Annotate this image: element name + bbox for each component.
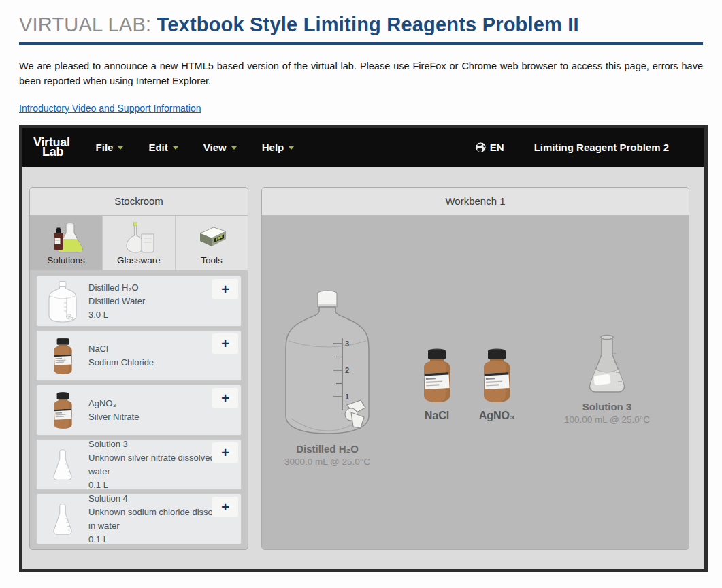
tab-label: Glassware [117, 255, 161, 265]
language-selector[interactable]: EN [475, 142, 504, 153]
glassware-icon [121, 222, 157, 253]
carboy-icon [47, 280, 78, 323]
item-name: AgNO₃ [88, 397, 139, 410]
workbench-header: Workbench 1 [262, 188, 689, 216]
stock-item-solution4[interactable]: Solution 4 Unknown sodium chloride disso… [36, 493, 242, 544]
amber-bottle-icon [50, 391, 76, 429]
workbench-area: 3 2 1 Distilled H₂O 3000.0 mL @ 25.0°C [262, 216, 689, 549]
add-to-workbench-button[interactable]: + [212, 497, 238, 517]
menu-file[interactable]: File [96, 142, 124, 153]
erlenmeyer-flask-icon [51, 448, 74, 481]
stock-item-agno3[interactable]: AgNO₃ Silver Nitrate + [36, 385, 242, 436]
stockroom-panel: Stockroom [29, 187, 248, 550]
page-title-prefix: VIRTUAL LAB: [19, 14, 151, 35]
workbench-item-distilled-water[interactable]: 3 2 1 Distilled H₂O 3000.0 mL @ 25.0°C [270, 289, 384, 467]
item-name: Solution 3 [564, 401, 650, 412]
virtual-lab-logo: Virtual Lab [33, 137, 70, 157]
add-to-workbench-button[interactable]: + [212, 442, 238, 463]
add-to-workbench-button[interactable]: + [212, 388, 238, 408]
workbench-item-solution3[interactable]: Solution 3 100.00 mL @ 25.0°C [564, 334, 650, 425]
erlenmeyer-flask-icon [585, 334, 629, 395]
announcement-text: We are pleased to announce a new HTML5 b… [19, 59, 703, 88]
stock-item-distilled-water[interactable]: Distilled H₂O Distilled Water 3.0 L + [36, 276, 242, 327]
item-description: Silver Nitrate [88, 410, 139, 424]
chevron-down-icon [173, 146, 178, 150]
page-title: VIRTUAL LAB: Textbook Style Limiting Rea… [19, 14, 703, 45]
amber-bottle-icon [478, 348, 515, 402]
add-to-workbench-button[interactable]: + [212, 279, 238, 299]
menubar: Virtual Lab File Edit View Help [22, 128, 704, 167]
item-name: NaCl [407, 410, 467, 422]
item-description: Sodium Chloride [88, 356, 154, 370]
svg-text:1: 1 [345, 393, 349, 401]
stockroom-header: Stockroom [30, 188, 248, 216]
chevron-down-icon [289, 146, 294, 150]
app-body: Stockroom [22, 167, 704, 569]
page: VIRTUAL LAB: Textbook Style Limiting Rea… [0, 0, 722, 572]
menu-view[interactable]: View [203, 142, 237, 153]
item-name: AgNO₃ [467, 410, 527, 422]
tab-label: Tools [201, 255, 223, 265]
carboy-icon: 3 2 1 [282, 289, 372, 438]
item-volume: 3.0 L [88, 308, 145, 322]
workbench-item-agno3[interactable]: AgNO₃ [467, 348, 527, 422]
item-volume: 0.1 L [88, 478, 237, 492]
stock-item-solution3[interactable]: Solution 3 Unknown silver nitrate dissol… [36, 439, 242, 490]
tab-tools[interactable]: Tools [176, 216, 248, 270]
virtual-lab-app-window: Virtual Lab File Edit View Help [19, 125, 708, 572]
tab-label: Solutions [47, 255, 85, 265]
page-title-main: Textbook Style Limiting Reagents Problem… [157, 14, 578, 35]
item-name: NaCl [88, 342, 154, 356]
intro-support-link[interactable]: Introductory Video and Support Informati… [19, 103, 201, 114]
globe-icon [475, 142, 487, 153]
stockroom-item-list: Distilled H₂O Distilled Water 3.0 L + [30, 270, 248, 550]
menu-help[interactable]: Help [262, 142, 295, 153]
item-name: Distilled H₂O [88, 281, 145, 295]
item-status: 3000.0 mL @ 25.0°C [270, 457, 384, 467]
item-name: Distilled H₂O [270, 443, 384, 455]
balance-icon [193, 223, 230, 253]
svg-text:2: 2 [345, 366, 349, 374]
stock-item-nacl[interactable]: NaCl Sodium Chloride + [36, 330, 242, 381]
stockroom-tabs: Solutions Glassware [30, 216, 248, 270]
language-label: EN [490, 142, 504, 153]
menu-edit[interactable]: Edit [148, 142, 178, 153]
item-status: 100.00 mL @ 25.0°C [564, 414, 650, 425]
chevron-down-icon [118, 146, 123, 150]
solutions-flask-icon [48, 222, 84, 253]
tab-solutions[interactable]: Solutions [30, 216, 103, 270]
menu-list: File Edit View Help [96, 142, 295, 153]
session-title: Limiting Reagent Problem 2 [534, 142, 669, 153]
item-description: Distilled Water [88, 295, 145, 308]
amber-bottle-icon [50, 337, 76, 374]
menubar-right: EN Limiting Reagent Problem 2 [475, 142, 704, 153]
erlenmeyer-flask-icon [51, 503, 74, 536]
tab-glassware[interactable]: Glassware [103, 216, 176, 270]
amber-bottle-icon [419, 348, 455, 402]
add-to-workbench-button[interactable]: + [212, 333, 238, 354]
workbench-item-nacl[interactable]: NaCl [407, 348, 467, 422]
chevron-down-icon [231, 146, 237, 150]
workbench-panel: Workbench 1 [261, 187, 689, 550]
svg-text:3: 3 [345, 340, 349, 348]
item-volume: 0.1 L [88, 533, 237, 546]
